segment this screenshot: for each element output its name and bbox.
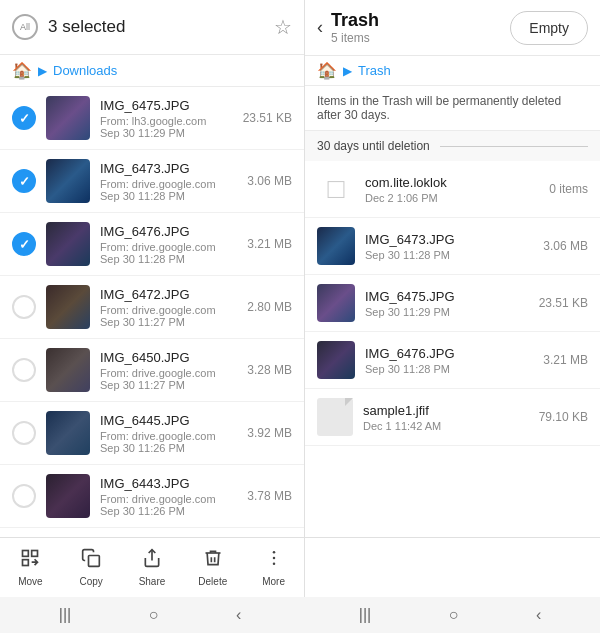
move-icon: [20, 548, 40, 573]
file-checkbox[interactable]: [12, 295, 36, 319]
svg-rect-1: [32, 551, 38, 557]
breadcrumb-downloads[interactable]: Downloads: [53, 63, 117, 78]
trash-header-info: Trash 5 items: [331, 10, 502, 45]
trash-item[interactable]: IMG_6473.JPG Sep 30 11:28 PM 3.06 MB: [305, 218, 600, 275]
nav-bar: ||| ○ ‹ ||| ○ ‹: [0, 597, 600, 633]
trash-file-size: 3.21 MB: [543, 353, 588, 367]
file-name: IMG_6476.JPG: [100, 224, 237, 239]
file-thumbnail: [46, 474, 90, 518]
nav-back-right-icon[interactable]: ‹: [536, 606, 541, 624]
nav-lines-left-icon[interactable]: |||: [59, 606, 71, 624]
trash-file-meta: Dec 1 11:42 AM: [363, 420, 529, 432]
file-meta: From: drive.google.comSep 30 11:27 PM: [100, 304, 237, 328]
right-breadcrumb: 🏠 ▶ Trash: [305, 56, 600, 86]
file-checkbox[interactable]: [12, 421, 36, 445]
back-button[interactable]: ‹: [317, 17, 323, 38]
toolbar-more-button[interactable]: More: [243, 542, 304, 593]
file-meta: From: drive.google.comSep 30 11:27 PM: [100, 367, 237, 391]
file-item[interactable]: IMG_6476.JPG From: drive.google.comSep 3…: [0, 213, 304, 276]
breadcrumb-trash[interactable]: Trash: [358, 63, 391, 78]
file-info: IMG_6476.JPG From: drive.google.comSep 3…: [100, 224, 237, 265]
left-panel: All 3 selected ☆ 🏠 ▶ Downloads IMG_6475.…: [0, 0, 305, 537]
nav-back-left-icon[interactable]: ‹: [236, 606, 241, 624]
right-header: ‹ Trash 5 items Empty: [305, 0, 600, 56]
toolbar-move-button[interactable]: Move: [0, 542, 61, 593]
file-item[interactable]: IMG_6445.JPG From: drive.google.comSep 3…: [0, 402, 304, 465]
file-size: 3.92 MB: [247, 426, 292, 440]
file-thumbnail: [46, 285, 90, 329]
file-item[interactable]: IMG_6472.JPG From: drive.google.comSep 3…: [0, 276, 304, 339]
trash-item[interactable]: IMG_6475.JPG Sep 30 11:29 PM 23.51 KB: [305, 275, 600, 332]
trash-item[interactable]: IMG_6476.JPG Sep 30 11:28 PM 3.21 MB: [305, 332, 600, 389]
trash-item[interactable]: □ com.lite.loklok Dec 2 1:06 PM 0 items: [305, 161, 600, 218]
file-checkbox[interactable]: [12, 232, 36, 256]
file-checkbox[interactable]: [12, 169, 36, 193]
trash-file-size: 79.10 KB: [539, 410, 588, 424]
svg-point-5: [272, 551, 275, 554]
file-name: IMG_6445.JPG: [100, 413, 237, 428]
home-icon[interactable]: 🏠: [12, 61, 32, 80]
trash-file-name: IMG_6476.JPG: [365, 346, 533, 361]
file-info: IMG_6475.JPG From: lh3.google.comSep 30 …: [100, 98, 233, 139]
delete-icon: [203, 548, 223, 573]
svg-rect-3: [89, 556, 100, 567]
trash-file-meta: Dec 2 1:06 PM: [365, 192, 539, 204]
file-checkbox[interactable]: [12, 358, 36, 382]
copy-icon: [81, 548, 101, 573]
file-meta: From: drive.google.comSep 30 11:26 PM: [100, 493, 237, 517]
file-meta: From: drive.google.comSep 30 11:28 PM: [100, 178, 237, 202]
svg-point-6: [272, 557, 275, 560]
delete-label: Delete: [198, 576, 227, 587]
file-meta: From: drive.google.comSep 30 11:26 PM: [100, 430, 237, 454]
breadcrumb-arrow-icon: ▶: [38, 64, 47, 78]
file-name: IMG_6473.JPG: [100, 161, 237, 176]
nav-lines-right-icon[interactable]: |||: [359, 606, 371, 624]
svg-rect-0: [23, 551, 29, 557]
toolbar-share-button[interactable]: Share: [122, 542, 183, 593]
svg-point-7: [272, 563, 275, 566]
toolbar-right: [305, 538, 600, 597]
nav-home-right-icon[interactable]: ○: [449, 606, 459, 624]
select-all-checkbox[interactable]: All: [12, 14, 38, 40]
file-info: IMG_6472.JPG From: drive.google.comSep 3…: [100, 287, 237, 328]
right-breadcrumb-arrow-icon: ▶: [343, 64, 352, 78]
right-home-icon[interactable]: 🏠: [317, 61, 337, 80]
file-item[interactable]: IMG_6450.JPG From: drive.google.comSep 3…: [0, 339, 304, 402]
all-label: All: [20, 22, 30, 32]
trash-file-size: 23.51 KB: [539, 296, 588, 310]
file-item[interactable]: IMG_6443.JPG From: drive.google.comSep 3…: [0, 465, 304, 528]
file-name: IMG_6475.JPG: [100, 98, 233, 113]
folder-icon: □: [317, 170, 355, 208]
file-info: IMG_6450.JPG From: drive.google.comSep 3…: [100, 350, 237, 391]
more-icon: [264, 548, 284, 573]
file-item[interactable]: IMG_6475.JPG From: lh3.google.comSep 30 …: [0, 87, 304, 150]
file-checkbox[interactable]: [12, 484, 36, 508]
file-info: IMG_6443.JPG From: drive.google.comSep 3…: [100, 476, 237, 517]
file-info: IMG_6445.JPG From: drive.google.comSep 3…: [100, 413, 237, 454]
file-thumbnail: [46, 348, 90, 392]
file-meta: From: lh3.google.comSep 30 11:29 PM: [100, 115, 233, 139]
nav-right: ||| ○ ‹: [300, 597, 600, 633]
file-info: IMG_6473.JPG From: drive.google.comSep 3…: [100, 161, 237, 202]
trash-file-meta: Sep 30 11:28 PM: [365, 249, 533, 261]
empty-button[interactable]: Empty: [510, 11, 588, 45]
star-icon[interactable]: ☆: [274, 15, 292, 39]
file-thumbnail: [46, 96, 90, 140]
file-size: 2.80 MB: [247, 300, 292, 314]
trash-item[interactable]: sample1.jfif Dec 1 11:42 AM 79.10 KB: [305, 389, 600, 446]
toolbar-copy-button[interactable]: Copy: [61, 542, 122, 593]
file-size: 3.28 MB: [247, 363, 292, 377]
file-checkbox[interactable]: [12, 106, 36, 130]
more-label: More: [262, 576, 285, 587]
trash-file-meta: Sep 30 11:29 PM: [365, 306, 529, 318]
file-item[interactable]: IMG_6473.JPG From: drive.google.comSep 3…: [0, 150, 304, 213]
nav-home-left-icon[interactable]: ○: [149, 606, 159, 624]
toolbar-delete-button[interactable]: Delete: [182, 542, 243, 593]
share-icon: [142, 548, 162, 573]
trash-file-name: IMG_6473.JPG: [365, 232, 533, 247]
trash-thumbnail: [317, 227, 355, 265]
svg-rect-2: [23, 560, 29, 566]
left-breadcrumb: 🏠 ▶ Downloads: [0, 55, 304, 87]
file-thumbnail: [46, 411, 90, 455]
trash-file-list: □ com.lite.loklok Dec 2 1:06 PM 0 items …: [305, 161, 600, 537]
